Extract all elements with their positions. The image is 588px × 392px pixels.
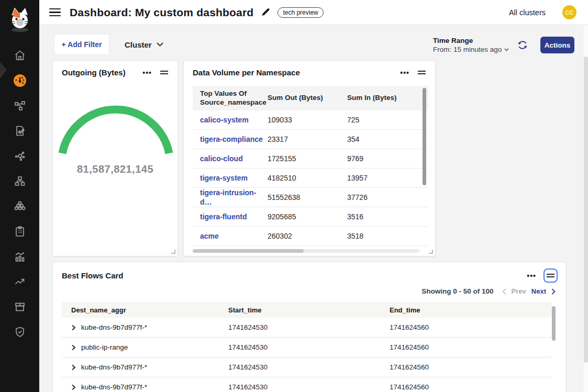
sidebar-item-flow-visualizations[interactable] xyxy=(0,143,39,169)
table-row: tigera-intrusion-d… 51552638 37726 xyxy=(193,188,428,207)
table-row: calico-system 109033 725 xyxy=(193,110,428,130)
namespace-table: Top Values Of Source_namespace Sum Out (… xyxy=(193,86,428,247)
dashboard-gauge-icon xyxy=(13,74,27,87)
end-time-value: 1741624560 xyxy=(390,323,552,331)
namespace-link[interactable]: tigera-fluentd xyxy=(200,212,247,221)
actions-button[interactable]: Actions xyxy=(540,37,574,53)
namespace-link[interactable]: calico-cloud xyxy=(200,154,243,163)
hamburger-menu-icon[interactable] xyxy=(49,8,61,17)
gauge-arc xyxy=(58,101,173,160)
service-graph-icon xyxy=(14,99,26,112)
sidebar-item-policies[interactable] xyxy=(0,118,39,143)
sum-in-value: 13957 xyxy=(347,174,428,182)
namespace-link[interactable]: tigera-system xyxy=(200,174,248,182)
row-expand-chevron-icon[interactable] xyxy=(71,364,76,371)
sidebar-item-dashboard-active[interactable] xyxy=(0,68,39,93)
end-time-value: 1741624560 xyxy=(390,383,552,391)
sidebar-item-home[interactable] xyxy=(0,43,39,68)
table-header-row: Dest_name_aggr Start_time End_time xyxy=(62,302,552,318)
column-header-namespace: Top Values Of Source_namespace xyxy=(193,89,268,106)
clipboard-icon xyxy=(14,225,26,238)
sidebar-item-endpoints[interactable] xyxy=(0,194,39,219)
pagination: Showing 0 - 50 of 100 Prev Next xyxy=(421,287,556,295)
start-time-value: 1741624530 xyxy=(228,343,390,351)
page-scrollbar-thumb[interactable] xyxy=(584,57,588,363)
start-time-value: 1741624530 xyxy=(228,363,390,371)
namespace-link[interactable]: tigera-compliance xyxy=(200,135,263,143)
trend-arrow-icon xyxy=(14,275,26,288)
refresh-button[interactable] xyxy=(517,40,528,50)
dashboard-content: + Add Filter Cluster Time Range From: 15… xyxy=(39,25,588,392)
sidebar-item-statistics[interactable] xyxy=(0,244,39,269)
chevron-right-icon[interactable] xyxy=(551,288,556,295)
calico-cat-logo-icon[interactable] xyxy=(0,6,39,32)
sidebar-nav xyxy=(0,43,39,344)
card-resize-handle[interactable] xyxy=(429,250,433,254)
add-filter-button[interactable]: + Add Filter xyxy=(54,34,109,55)
edit-pencil-icon[interactable] xyxy=(261,7,271,17)
table-row: kube-dns-9b7d977f-* 1741624530 174162456… xyxy=(62,377,552,392)
card-drag-handle-icon[interactable] xyxy=(159,69,169,76)
horizontal-scrollbar[interactable] xyxy=(193,249,419,253)
sum-out-value: 1725155 xyxy=(268,154,347,163)
time-range-value[interactable]: From: 15 minutes ago xyxy=(433,46,509,53)
sum-out-value: 9205685 xyxy=(268,212,347,221)
data-volume-card: Data Volume per Namespace ••• Top Values… xyxy=(183,60,436,256)
network-tree-icon xyxy=(14,175,26,187)
card-menu-icon[interactable]: ••• xyxy=(142,69,152,77)
row-expand-chevron-icon[interactable] xyxy=(71,344,76,351)
shield-check-icon xyxy=(14,326,26,338)
card-menu-icon[interactable]: ••• xyxy=(527,272,536,280)
column-header-sum-in: Sum In (Bytes) xyxy=(347,94,428,102)
sum-out-value: 4182510 xyxy=(268,174,347,182)
column-header-end-time: End_time xyxy=(390,306,552,314)
card-drag-handle-icon[interactable] xyxy=(417,69,427,76)
card-resize-handle[interactable] xyxy=(171,250,175,254)
page-title: Dashboard: My custom dashboard xyxy=(70,6,253,19)
flow-viz-icon xyxy=(14,150,26,162)
namespace-table-body: calico-system 109033 725 tigera-complian… xyxy=(193,110,428,246)
policy-document-icon xyxy=(14,125,26,137)
horizontal-scrollbar-thumb[interactable] xyxy=(193,249,304,253)
page-scrollbar[interactable] xyxy=(583,25,588,392)
avatar[interactable]: CC xyxy=(562,5,576,19)
sidebar-item-workloads[interactable] xyxy=(0,294,39,319)
sidebar xyxy=(0,0,39,392)
sum-in-value: 354 xyxy=(347,135,428,143)
next-page-button[interactable]: Next xyxy=(531,287,546,295)
row-expand-chevron-icon[interactable] xyxy=(71,324,76,331)
card-menu-icon[interactable]: ••• xyxy=(400,69,409,77)
column-header-start-time: Start_time xyxy=(228,306,390,314)
all-clusters-selector[interactable]: All clusters xyxy=(509,8,546,17)
statistics-chart-icon xyxy=(14,250,26,263)
sum-in-value: 3518 xyxy=(347,232,428,240)
dest-name-value: kube-dns-9b7d977f-* xyxy=(81,383,147,391)
sum-in-value: 3516 xyxy=(347,212,428,221)
sidebar-item-trends[interactable] xyxy=(0,269,39,294)
card-drag-handle-icon-focused[interactable] xyxy=(543,268,558,283)
vertical-scrollbar-thumb[interactable] xyxy=(552,306,556,341)
chevron-left-icon[interactable] xyxy=(502,288,506,295)
card-title: Data Volume per Namespace xyxy=(193,68,400,77)
home-icon xyxy=(14,49,26,62)
table-row: public-ip-range 1741624530 1741624560 xyxy=(62,338,552,357)
column-header-sum-out: Sum Out (Bytes) xyxy=(268,94,347,102)
vertical-scrollbar-thumb[interactable] xyxy=(423,88,426,185)
sidebar-item-service-graph[interactable] xyxy=(0,93,39,118)
table-header-row: Top Values Of Source_namespace Sum Out (… xyxy=(193,86,428,110)
end-time-value: 1741624560 xyxy=(390,343,552,351)
row-expand-chevron-icon[interactable] xyxy=(71,384,76,390)
package-box-icon xyxy=(14,300,26,313)
sidebar-item-compliance[interactable] xyxy=(0,219,39,244)
chevron-down-icon xyxy=(157,42,163,47)
card-title: Best Flows Card xyxy=(62,271,527,280)
sidebar-item-networking[interactable] xyxy=(0,169,39,194)
namespace-link[interactable]: acme xyxy=(200,232,219,240)
prev-page-button[interactable]: Prev xyxy=(512,287,526,295)
namespace-link[interactable]: calico-system xyxy=(200,116,249,124)
cluster-dropdown[interactable]: Cluster xyxy=(125,34,163,55)
namespace-link[interactable]: tigera-intrusion-d… xyxy=(200,188,256,206)
time-range-label: Time Range xyxy=(433,37,509,44)
sum-out-value: 51552638 xyxy=(268,193,347,201)
sidebar-item-security[interactable] xyxy=(0,319,39,344)
